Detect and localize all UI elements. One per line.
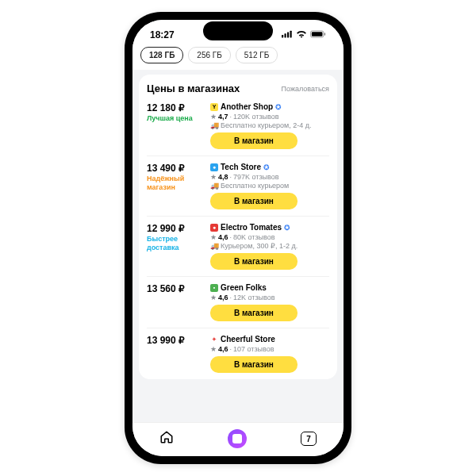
- star-icon: ★: [210, 113, 217, 121]
- wifi-icon: [296, 29, 307, 40]
- screen: 18:27 128 ГБ 256 ГБ 512 ГБ Цены в: [132, 20, 344, 456]
- offer-row[interactable]: 12 180 ₽ Лучшая цена Y Another Shop ✪ ★ …: [147, 101, 329, 155]
- price: 13 490 ₽: [147, 163, 210, 174]
- go-to-shop-button[interactable]: В магазин: [210, 132, 298, 149]
- shop-logo: ▪: [210, 284, 218, 292]
- svg-rect-6: [324, 33, 325, 36]
- shop-name: Electro Tomates: [221, 223, 282, 232]
- nav-bar: 7: [132, 422, 344, 456]
- chip-128gb[interactable]: 128 ГБ: [140, 47, 183, 63]
- storage-chips: 128 ГБ 256 ГБ 512 ГБ: [132, 44, 344, 70]
- rating-value: 4,6: [218, 345, 228, 353]
- delivery-info: 🚚 Бесплатно курьером, 2-4 д.: [210, 121, 329, 129]
- offer-badge: Надёжный магазин: [147, 175, 210, 192]
- truck-icon: 🚚: [210, 242, 219, 250]
- price: 12 180 ₽: [147, 102, 210, 113]
- content-scroll[interactable]: Цены в магазинах Пожаловаться 12 180 ₽ Л…: [132, 70, 344, 422]
- phone-frame: 18:27 128 ГБ 256 ГБ 512 ГБ Цены в: [125, 12, 351, 464]
- price: 13 990 ₽: [147, 335, 210, 346]
- reviews-count: 120K отзывов: [233, 113, 279, 121]
- shop-name: Cheerful Store: [221, 335, 275, 344]
- shop-logo: Y: [210, 103, 218, 111]
- svg-rect-1: [285, 33, 286, 37]
- truck-icon: 🚚: [210, 182, 219, 190]
- offer-badge: Лучшая цена: [147, 114, 210, 123]
- verified-icon: ✪: [263, 163, 270, 171]
- star-icon: ★: [210, 345, 217, 353]
- price: 12 990 ₽: [147, 223, 210, 234]
- delivery-info: 🚚 Курьером, 300 ₽, 1-2 д.: [210, 242, 329, 250]
- go-to-shop-button[interactable]: В магазин: [210, 305, 298, 321]
- svg-rect-5: [312, 32, 323, 36]
- reviews-count: 12K отзывов: [233, 294, 275, 301]
- shop-logo: ●: [210, 163, 218, 171]
- reviews-count: 80K отзывов: [233, 233, 275, 241]
- offer-row[interactable]: 13 990 ₽ ✦ Cheerful Store ★ 4,6 · 107 от…: [147, 328, 329, 379]
- rating-value: 4,7: [218, 113, 228, 121]
- chip-256gb[interactable]: 256 ГБ: [188, 47, 230, 63]
- dynamic-island: [203, 21, 273, 40]
- go-to-shop-button[interactable]: В магазин: [210, 253, 298, 270]
- reviews-count: 107 отзывов: [233, 345, 274, 353]
- star-icon: ★: [210, 173, 217, 181]
- svg-rect-0: [282, 35, 283, 38]
- offer-badge: Быстрее доставка: [147, 235, 210, 252]
- go-to-shop-button[interactable]: В магазин: [210, 356, 298, 373]
- offer-row[interactable]: 12 990 ₽ Быстрее доставка ● Electro Toma…: [147, 216, 329, 276]
- shop-logo: ✦: [210, 336, 218, 344]
- clock: 18:27: [150, 29, 175, 40]
- battery-icon: [310, 29, 326, 40]
- services-icon[interactable]: 7: [301, 432, 317, 446]
- price: 13 560 ₽: [147, 283, 210, 294]
- shop-name: Tech Store: [221, 163, 261, 171]
- reviews-count: 797K отзывов: [233, 173, 279, 181]
- chip-512gb[interactable]: 512 ГБ: [236, 47, 278, 63]
- star-icon: ★: [210, 233, 217, 241]
- complain-link[interactable]: Пожаловаться: [282, 85, 329, 93]
- verified-icon: ✪: [275, 103, 282, 111]
- star-icon: ★: [210, 294, 217, 301]
- offer-row[interactable]: 13 490 ₽ Надёжный магазин ● Tech Store ✪…: [147, 155, 329, 216]
- alice-icon[interactable]: [228, 429, 247, 448]
- offer-row[interactable]: 13 560 ₽ ▪ Green Folks ★ 4,6 · 12K отзыв…: [147, 276, 329, 328]
- verified-icon: ✪: [284, 224, 290, 232]
- shop-name: Green Folks: [221, 283, 267, 292]
- rating-value: 4,6: [218, 233, 228, 241]
- delivery-info: 🚚 Бесплатно курьером: [210, 182, 329, 190]
- svg-rect-2: [287, 32, 289, 37]
- go-to-shop-button[interactable]: В магазин: [210, 193, 298, 209]
- svg-rect-3: [290, 31, 292, 38]
- rating-value: 4,8: [218, 173, 228, 181]
- rating-value: 4,6: [218, 294, 228, 301]
- signal-icon: [282, 29, 293, 40]
- prices-section: Цены в магазинах Пожаловаться 12 180 ₽ Л…: [139, 75, 337, 379]
- home-icon[interactable]: [159, 430, 174, 447]
- shop-name: Another Shop: [221, 102, 273, 111]
- shop-logo: ●: [210, 224, 218, 232]
- truck-icon: 🚚: [210, 121, 219, 129]
- section-title: Цены в магазинах: [147, 83, 240, 94]
